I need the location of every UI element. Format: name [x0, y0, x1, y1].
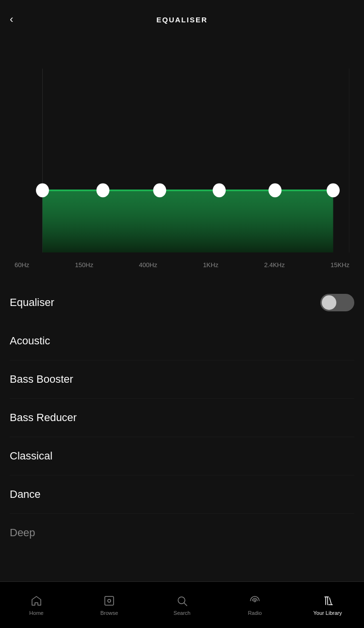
- toggle-thumb: [322, 295, 336, 310]
- eq-band-3[interactable]: [213, 184, 226, 198]
- freq-labels: 60Hz 150Hz 400Hz 1KHz 2.4KHz 15KHz: [15, 257, 349, 269]
- preset-acoustic[interactable]: Acoustic: [10, 322, 354, 360]
- preset-bass-reducer[interactable]: Bass Reducer: [10, 399, 354, 437]
- nav-radio-label: Radio: [248, 610, 262, 616]
- nav-search[interactable]: Search: [146, 590, 218, 621]
- svg-rect-3: [105, 596, 114, 605]
- nav-library-label: Your Library: [314, 610, 342, 616]
- back-button[interactable]: ‹: [10, 13, 13, 26]
- freq-2-4khz: 2.4KHz: [264, 261, 285, 269]
- preset-dance[interactable]: Dance: [10, 475, 354, 514]
- radio-icon: [248, 594, 261, 607]
- toggle-track: [320, 294, 354, 311]
- eq-band-0[interactable]: [36, 184, 49, 198]
- browse-icon: [103, 594, 116, 607]
- nav-home-label: Home: [29, 610, 43, 616]
- equaliser-toggle-row: Equaliser: [10, 283, 354, 322]
- eq-band-5[interactable]: [327, 184, 340, 198]
- equaliser-label: Equaliser: [10, 296, 54, 309]
- nav-home[interactable]: Home: [0, 590, 73, 621]
- freq-15khz: 15KHz: [331, 261, 349, 269]
- preset-bass-booster[interactable]: Bass Booster: [10, 360, 354, 399]
- eq-band-1[interactable]: [97, 184, 110, 198]
- nav-browse[interactable]: Browse: [73, 590, 146, 621]
- eq-svg: [15, 44, 349, 257]
- preset-list: Acoustic Bass Booster Bass Reducer Class…: [0, 322, 364, 597]
- eq-chart[interactable]: [15, 44, 349, 257]
- freq-150hz: 150Hz: [75, 261, 94, 269]
- svg-point-4: [108, 599, 111, 602]
- freq-1khz: 1KHz: [203, 261, 218, 269]
- equaliser-toggle[interactable]: [320, 294, 354, 311]
- svg-marker-2: [43, 190, 333, 253]
- eq-band-4[interactable]: [268, 184, 281, 198]
- nav-browse-label: Browse: [100, 610, 118, 616]
- settings-section: Equaliser: [0, 283, 364, 322]
- home-icon: [30, 594, 43, 607]
- svg-point-7: [254, 600, 256, 602]
- freq-60hz: 60Hz: [15, 261, 29, 269]
- search-icon: [176, 594, 188, 607]
- preset-classical[interactable]: Classical: [10, 437, 354, 475]
- bottom-nav: Home Browse Search Radi: [0, 581, 364, 628]
- nav-search-label: Search: [174, 610, 191, 616]
- page-title: EQUALISER: [156, 16, 208, 24]
- nav-radio[interactable]: Radio: [218, 590, 291, 621]
- freq-400hz: 400Hz: [139, 261, 157, 269]
- svg-line-6: [184, 603, 187, 606]
- svg-line-12: [330, 598, 331, 605]
- svg-point-5: [178, 597, 185, 604]
- eq-band-2[interactable]: [153, 184, 166, 198]
- library-icon: [321, 594, 334, 607]
- header: ‹ EQUALISER: [0, 0, 364, 34]
- nav-library[interactable]: Your Library: [291, 590, 364, 621]
